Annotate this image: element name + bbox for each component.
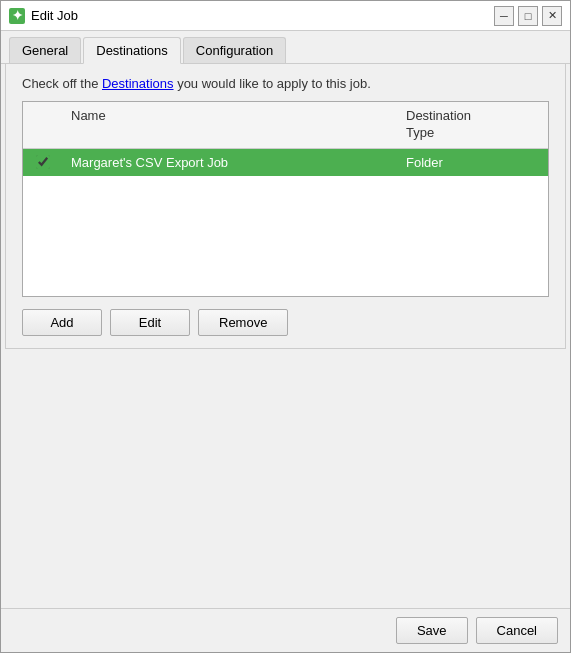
row-checkbox-input[interactable] [36, 155, 50, 169]
row-destination-type: Folder [398, 149, 518, 176]
table-row[interactable]: Margaret's CSV Export Job Folder [23, 149, 548, 176]
window-title: Edit Job [31, 8, 494, 23]
table-body: Margaret's CSV Export Job Folder [23, 149, 548, 296]
footer: Save Cancel [1, 608, 570, 652]
maximize-button[interactable]: □ [518, 6, 538, 26]
cancel-button[interactable]: Cancel [476, 617, 558, 644]
tab-general[interactable]: General [9, 37, 81, 63]
table-header: Name Destination Type [23, 102, 548, 149]
tab-configuration[interactable]: Configuration [183, 37, 286, 63]
remove-button[interactable]: Remove [198, 309, 288, 336]
tab-destinations[interactable]: Destinations [83, 37, 181, 64]
instruction-text: Check off the Destinations you would lik… [22, 76, 549, 91]
header-name: Name [63, 106, 398, 144]
title-bar: ✦ Edit Job ─ □ ✕ [1, 1, 570, 31]
tabs-bar: General Destinations Configuration [1, 31, 570, 64]
header-destination-type: Destination Type [398, 106, 518, 144]
minimize-button[interactable]: ─ [494, 6, 514, 26]
edit-button[interactable]: Edit [110, 309, 190, 336]
edit-job-window: ✦ Edit Job ─ □ ✕ General Destinations Co… [0, 0, 571, 653]
add-button[interactable]: Add [22, 309, 102, 336]
row-name: Margaret's CSV Export Job [63, 149, 398, 176]
close-button[interactable]: ✕ [542, 6, 562, 26]
app-icon: ✦ [9, 8, 25, 24]
content-area: Check off the Destinations you would lik… [5, 64, 566, 349]
header-actions-col [518, 106, 548, 144]
destinations-table: Name Destination Type Margaret's CSV Exp… [22, 101, 549, 297]
save-button[interactable]: Save [396, 617, 468, 644]
destinations-link[interactable]: Destinations [102, 76, 174, 91]
window-controls: ─ □ ✕ [494, 6, 562, 26]
header-checkbox-col [23, 106, 63, 144]
action-buttons: Add Edit Remove [22, 297, 549, 336]
row-checkbox[interactable] [23, 149, 63, 175]
